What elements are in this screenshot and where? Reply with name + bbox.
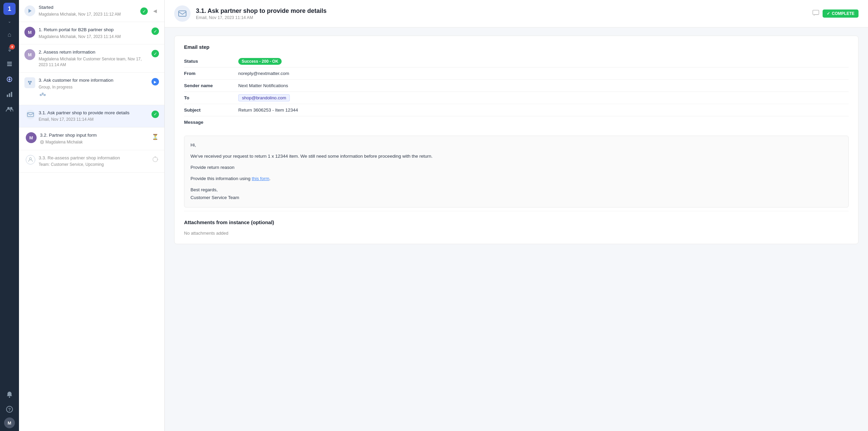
nav-collapse[interactable]: ⌄ — [8, 19, 11, 24]
svg-rect-9 — [11, 92, 12, 97]
collapse-arrow[interactable]: ◀ — [151, 4, 159, 18]
detail-header-text: 3.1. Ask partner shop to provide more de… — [196, 7, 807, 20]
status-row: Status Success - 200 - OK — [184, 55, 849, 67]
attachments-section: Attachments from instance (optional) No … — [184, 219, 849, 236]
status-value: Success - 200 - OK — [238, 59, 282, 64]
team-icon[interactable] — [3, 102, 16, 116]
step-2-content: 2. Assess return information Magdalena M… — [39, 49, 148, 67]
step-1-item[interactable]: M 1. Return portal for B2B partner shop … — [19, 22, 164, 44]
help-icon[interactable]: ? — [3, 403, 16, 416]
svg-rect-32 — [179, 11, 186, 16]
subject-row: Subject Return 3606253 - Item 12344 — [184, 104, 849, 116]
to-label: To — [184, 95, 231, 100]
svg-rect-1 — [7, 65, 12, 66]
comment-icon[interactable] — [812, 10, 819, 18]
step-3-play-icon: ▶ — [152, 78, 159, 85]
svg-point-4 — [8, 78, 11, 80]
step-2-title: 2. Assess return information — [39, 49, 148, 55]
svg-point-29 — [153, 157, 158, 162]
steps-panel: Started Magdalena Michalak, Nov 17, 2023… — [19, 0, 165, 431]
svg-rect-7 — [7, 95, 8, 97]
step-3-2-content: 3.2. Partner shop input form Magdalena M… — [40, 132, 148, 145]
step-3-1-meta: Email, Nov 17, 2023 11:14 AM — [39, 117, 148, 122]
started-play-icon — [24, 5, 35, 16]
message-label: Message — [184, 120, 231, 125]
to-email-tag[interactable]: shop@brandolino.com — [238, 94, 290, 101]
sender-name-value: Next Matter Notifications — [238, 83, 288, 88]
nav-bottom: ? M — [3, 388, 16, 428]
home-icon[interactable]: ⌂ — [3, 28, 16, 41]
step-3-meta: Group, In progress — [39, 84, 148, 90]
started-meta: Magdalena Michalak, Nov 17, 2023 11:12 A… — [39, 12, 137, 17]
detail-body: Email step Status Success - 200 - OK Fro… — [165, 27, 868, 252]
message-line-2: We've received your request to return 1 … — [190, 153, 842, 160]
chart-icon[interactable] — [3, 87, 16, 101]
step-3-2-avatar: M — [26, 132, 37, 143]
step-2-item[interactable]: M 2. Assess return information Magdalena… — [19, 44, 164, 73]
svg-point-16 — [30, 81, 32, 83]
message-line-4: Provide this information using this form… — [190, 175, 842, 183]
step-3-title: 3. Ask customer for more information — [39, 77, 148, 83]
main-content: 3.1. Ask partner shop to provide more de… — [165, 0, 868, 431]
svg-line-19 — [30, 83, 31, 83]
svg-rect-25 — [27, 113, 34, 117]
complete-check: ✓ — [827, 11, 830, 16]
svg-rect-8 — [9, 93, 10, 97]
step-3-1-item[interactable]: 3.1. Ask partner shop to provide more de… — [19, 105, 164, 128]
from-label: From — [184, 71, 231, 76]
left-navigation: 1 ⌄ ⌂ ⇓ 8 — [0, 0, 19, 431]
status-badge: Success - 200 - OK — [238, 58, 282, 65]
workflow-icon[interactable] — [3, 73, 16, 86]
step-3-2-meta: Magdalena Michalak — [40, 139, 148, 145]
step-3-3-item[interactable]: 3.3. Re-assess partner shop information … — [19, 150, 164, 173]
detail-header-icon — [174, 5, 190, 22]
step-3-3-title: 3.3. Re-assess partner shop information — [39, 155, 148, 161]
svg-point-28 — [29, 158, 32, 160]
form-link[interactable]: this form — [252, 176, 269, 181]
from-value: noreply@nextmatter.com — [238, 71, 289, 76]
started-title: Started — [39, 4, 137, 11]
detail-subtitle: Email, Nov 17, 2023 11:14 AM — [196, 15, 807, 20]
bell-icon[interactable] — [3, 388, 16, 401]
step-2-meta: Magdalena Michalak for Customer Service … — [39, 56, 148, 68]
svg-point-12 — [9, 396, 10, 398]
message-box: Hi, We've received your request to retur… — [184, 136, 849, 208]
sender-name-row: Sender name Next Matter Notifications — [184, 80, 849, 92]
step-1-check-icon: ✓ — [152, 27, 159, 35]
step-3-content: 3. Ask customer for more information Gro… — [39, 77, 148, 100]
step-3-2-item[interactable]: M 3.2. Partner shop input form Magdalena… — [19, 128, 164, 150]
inbox-icon[interactable]: ⇓ 8 — [3, 43, 16, 56]
step-1-title: 1. Return portal for B2B partner shop — [39, 27, 148, 33]
status-label: Status — [184, 59, 231, 64]
detail-actions: ✓ COMPLETE — [812, 9, 859, 18]
step-1-meta: Magdalena Michalak, Nov 17, 2023 11:14 A… — [39, 34, 148, 40]
svg-point-30 — [155, 156, 156, 157]
svg-point-15 — [28, 81, 30, 83]
svg-rect-0 — [7, 63, 12, 64]
detail-header: 3.1. Ask partner shop to provide more de… — [165, 0, 868, 27]
step-3-1-avatar — [26, 110, 35, 119]
step-1-avatar: M — [24, 27, 35, 38]
from-row: From noreply@nextmatter.com — [184, 67, 849, 80]
message-row: Message Hi, We've received your request … — [184, 116, 849, 211]
layers-icon[interactable] — [3, 58, 16, 71]
svg-point-17 — [29, 83, 31, 85]
svg-point-31 — [157, 159, 158, 160]
app-logo: 1 — [3, 3, 16, 15]
svg-rect-2 — [7, 62, 12, 63]
svg-line-18 — [29, 83, 30, 83]
step-3-item[interactable]: 3. Ask customer for more information Gro… — [19, 73, 164, 105]
step-2-avatar: M — [24, 49, 35, 60]
step-3-1-check-icon: ✓ — [152, 111, 159, 118]
step-3-2-title: 3.2. Partner shop input form — [40, 132, 148, 138]
step-3-2-hourglass-icon: ⏳ — [152, 133, 159, 140]
started-check-icon: ✓ — [140, 7, 148, 15]
step-3-3-spinner-icon — [152, 156, 159, 163]
message-line-5: Best regards,Customer Service Team — [190, 186, 842, 202]
user-avatar[interactable]: M — [4, 417, 15, 428]
detail-card: Email step Status Success - 200 - OK Fro… — [174, 36, 859, 244]
attachments-title: Attachments from instance (optional) — [184, 219, 849, 225]
step-3-3-meta: Team: Customer Service, Upcoming — [39, 162, 148, 168]
step-3-3-content: 3.3. Re-assess partner shop information … — [39, 155, 148, 168]
started-item[interactable]: Started Magdalena Michalak, Nov 17, 2023… — [19, 0, 164, 22]
